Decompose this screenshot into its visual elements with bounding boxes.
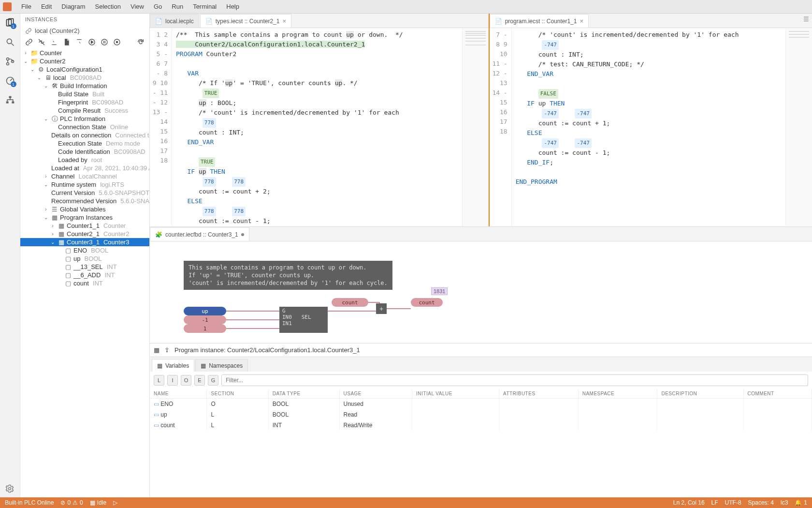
- tree-buildinfo[interactable]: ⌄🛠Build Information: [20, 82, 149, 90]
- tree-globals[interactable]: ›☰Global Variables: [20, 205, 149, 213]
- sel-block[interactable]: G IN0 SEL IN1: [279, 307, 328, 333]
- col-header[interactable]: NAMESPACE: [578, 389, 657, 399]
- stop-icon[interactable]: [113, 38, 121, 46]
- tree-loadedat[interactable]: Loaded atApr 28, 2021, 10:40:39 AM: [20, 164, 149, 172]
- menu-selection[interactable]: Selection: [90, 1, 125, 12]
- tree-codeid[interactable]: Code IdentificationBC0908AD: [20, 148, 149, 156]
- menu-terminal[interactable]: Terminal: [188, 1, 221, 12]
- pin-m1[interactable]: -1: [184, 315, 226, 324]
- col-header[interactable]: DESCRIPTION: [657, 389, 743, 399]
- tab-local[interactable]: 📄local.iecplc: [150, 14, 199, 28]
- settings-gear-icon[interactable]: [5, 484, 14, 493]
- hierarchy-icon[interactable]: [5, 95, 15, 105]
- tree-curver[interactable]: Current Version5.6.0-SNAPSHOT: [20, 189, 149, 197]
- tree-plcinfo[interactable]: ⌄ⓘPLC Information: [20, 115, 149, 123]
- upload-icon[interactable]: ⇪: [164, 346, 170, 354]
- tree-recver[interactable]: Recommended Version5.6.0-SNAPSH...: [20, 197, 149, 205]
- status-bell[interactable]: 🔔 1: [795, 499, 807, 506]
- filter-L[interactable]: L: [154, 375, 164, 386]
- minimap[interactable]: [462, 28, 489, 226]
- filter-O[interactable]: O: [181, 375, 191, 386]
- tree-counter2[interactable]: ⌄📁Counter2: [20, 57, 149, 65]
- status-spaces[interactable]: Spaces: 4: [748, 499, 774, 506]
- filter-input[interactable]: [221, 374, 808, 386]
- tab-diagram[interactable]: 🧩counter.iecfbd :: Counter3_1: [150, 227, 249, 241]
- tree-buildstate[interactable]: Build StateBuilt: [20, 90, 149, 98]
- filter-G[interactable]: G: [208, 375, 218, 386]
- add-block[interactable]: +: [376, 303, 387, 314]
- tree-sel[interactable]: ▢__13_SELINT: [20, 263, 149, 271]
- outline-icon[interactable]: ☰: [803, 15, 809, 23]
- tree-fingerprint[interactable]: FingerprintBC0908AD: [20, 98, 149, 106]
- tree-count[interactable]: ▢countINT: [20, 279, 149, 287]
- tree-c2[interactable]: ›▦Counter2_1Counter2: [20, 230, 149, 238]
- tree-exec[interactable]: Execution StateDemo mode: [20, 139, 149, 148]
- menu-diagram[interactable]: Diagram: [57, 1, 90, 12]
- search-icon[interactable]: [5, 37, 15, 47]
- minimap[interactable]: [785, 28, 812, 226]
- tab-types[interactable]: 📄types.iecst :: Counter2_1×: [200, 14, 291, 28]
- diagram-canvas[interactable]: This sample contains a program to count …: [150, 241, 812, 343]
- col-header[interactable]: INITIAL VALUE: [412, 389, 499, 399]
- play-icon[interactable]: [88, 38, 96, 46]
- close-icon[interactable]: ×: [580, 17, 583, 25]
- dashboard-icon[interactable]: 1: [5, 75, 15, 86]
- code-body[interactable]: /** This sample contains a program to co…: [172, 28, 462, 226]
- tree-compile[interactable]: Compile ResultSuccess: [20, 106, 149, 115]
- menu-go[interactable]: Go: [149, 1, 167, 12]
- tree-add[interactable]: ▢__6_ADDINT: [20, 271, 149, 279]
- status-enc[interactable]: UTF-8: [725, 499, 741, 506]
- tab-program[interactable]: 📄program.iecst :: Counter1_1×: [490, 14, 589, 28]
- filter-I[interactable]: I: [167, 375, 178, 386]
- tree-details[interactable]: Details on connectionConnected to PLC: [20, 131, 149, 139]
- tree-up[interactable]: ▢upBOOL: [20, 254, 149, 263]
- menu-view[interactable]: View: [126, 1, 149, 12]
- explorer-icon[interactable]: 1: [5, 17, 15, 28]
- menu-file[interactable]: File: [16, 1, 36, 12]
- code-body[interactable]: /* 'count' is incremented/decremented by…: [512, 28, 785, 226]
- status-lf[interactable]: LF: [711, 499, 718, 506]
- link-icon[interactable]: [25, 38, 33, 46]
- instance-link[interactable]: local (Counter2): [20, 25, 149, 36]
- tree-local[interactable]: ⌄🖥localBC0908AD: [20, 74, 149, 82]
- filter-E[interactable]: E: [194, 375, 205, 386]
- col-header[interactable]: DATA TYPE: [268, 389, 339, 399]
- col-header[interactable]: COMMENT: [743, 389, 812, 399]
- close-icon[interactable]: ×: [282, 17, 286, 25]
- source-control-icon[interactable]: [5, 56, 15, 67]
- refresh-icon[interactable]: [137, 38, 145, 46]
- pin-count-in[interactable]: count: [332, 298, 368, 307]
- tree-conn[interactable]: Connection StateOnline: [20, 123, 149, 131]
- menu-edit[interactable]: Edit: [36, 1, 57, 12]
- tree-channel[interactable]: ›ChannelLocalChannel: [20, 172, 149, 180]
- pin-count-out[interactable]: count: [411, 298, 443, 307]
- pin-up[interactable]: up: [184, 307, 226, 315]
- grid-icon[interactable]: ▦: [154, 346, 160, 354]
- upload-icon[interactable]: [75, 38, 83, 46]
- file-icon[interactable]: [63, 38, 71, 46]
- tree-loadedby[interactable]: Loaded byroot: [20, 156, 149, 164]
- status-plc[interactable]: Built-in PLC Online: [5, 499, 54, 506]
- download-icon[interactable]: [50, 38, 58, 46]
- col-header[interactable]: NAME: [150, 389, 207, 399]
- pin-p1[interactable]: 1: [184, 324, 226, 333]
- menu-help[interactable]: Help: [221, 1, 244, 12]
- pause-icon[interactable]: [101, 38, 108, 46]
- unlink-icon[interactable]: [38, 38, 45, 46]
- menu-run[interactable]: Run: [167, 1, 188, 12]
- tree-counter[interactable]: ›📁Counter: [20, 49, 149, 57]
- table-row[interactable]: ▭ ENOOBOOLUnused: [150, 399, 812, 410]
- col-header[interactable]: USAGE: [339, 389, 412, 399]
- col-header[interactable]: ATTRIBUTES: [499, 389, 579, 399]
- table-row[interactable]: ▭ countLINTRead/Write: [150, 420, 812, 431]
- col-header[interactable]: SECTION: [207, 389, 268, 399]
- tree-c1[interactable]: ›▦Counter1_1Counter: [20, 222, 149, 230]
- tree-rts[interactable]: ⌄Runtime systemlogi.RTS: [20, 180, 149, 189]
- tree-eno[interactable]: ▢ENOBOOL: [20, 246, 149, 254]
- tree-localcfg[interactable]: ⌄⚙LocalConfiguration1: [20, 65, 149, 74]
- status-errors[interactable]: ⊘ 0 ⚠ 0: [60, 499, 83, 506]
- tree-proginst[interactable]: ⌄▦Program Instances: [20, 213, 149, 222]
- status-ln[interactable]: Ln 2, Col 16: [673, 499, 705, 506]
- status-lang[interactable]: lc3: [781, 499, 788, 506]
- tree-c3[interactable]: ⌄▦Counter3_1Counter3: [20, 238, 149, 246]
